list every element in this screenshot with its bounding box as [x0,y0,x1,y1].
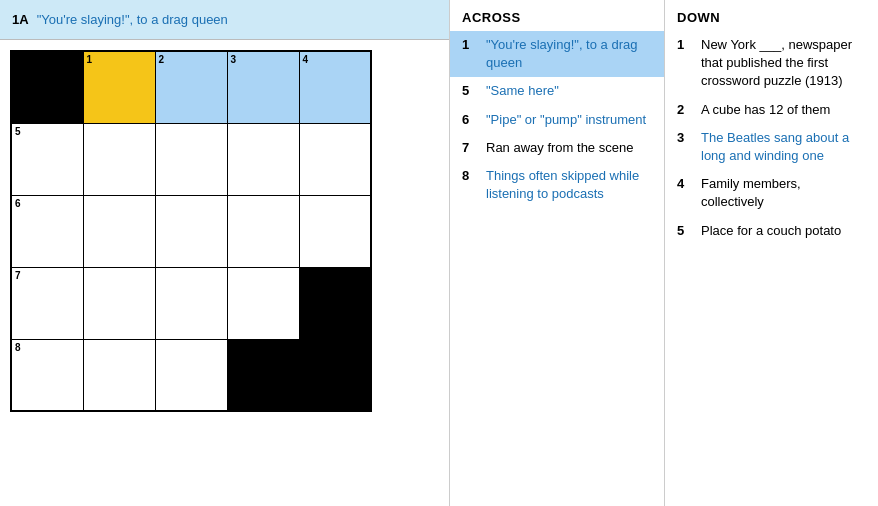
cell-0-0[interactable] [11,51,83,123]
across-clue-8[interactable]: 8 Things often skipped while listening t… [450,162,664,208]
across-clue-7-text: Ran away from the scene [486,139,652,157]
cell-number-4: 4 [303,54,309,65]
cell-3-4[interactable] [299,267,371,339]
cell-4-3[interactable] [227,339,299,411]
cell-1-4[interactable] [299,123,371,195]
across-clue-6-text: "Pipe" or "pump" instrument [486,111,652,129]
down-clue-3-num: 3 [677,129,693,165]
cell-2-2[interactable] [155,195,227,267]
cell-number-3: 3 [231,54,237,65]
cell-4-2[interactable] [155,339,227,411]
down-clue-2-text: A cube has 12 of them [701,101,866,119]
cell-number-2: 2 [159,54,165,65]
grid-container: 1 2 3 4 5 [0,40,449,506]
cell-3-3[interactable] [227,267,299,339]
down-clue-3-text: The Beatles sang about a long and windin… [701,129,866,165]
active-clue-text: "You're slaying!", to a drag queen [37,12,228,27]
down-clue-3[interactable]: 3 The Beatles sang about a long and wind… [665,124,878,170]
cell-number-8: 8 [15,342,21,353]
down-clue-2[interactable]: 2 A cube has 12 of them [665,96,878,124]
down-clue-1-num: 1 [677,36,693,91]
active-clue-number: 1A [12,12,29,27]
down-clues-list: 1 New York ___, newspaper that published… [665,31,878,506]
across-clue-7[interactable]: 7 Ran away from the scene [450,134,664,162]
cell-3-2[interactable] [155,267,227,339]
active-clue-header: 1A "You're slaying!", to a drag queen [0,0,449,40]
down-clue-5[interactable]: 5 Place for a couch potato [665,217,878,245]
across-clue-8-num: 8 [462,167,478,203]
cell-3-0[interactable]: 7 [11,267,83,339]
down-clue-1-text: New York ___, newspaper that published t… [701,36,866,91]
down-clue-5-num: 5 [677,222,693,240]
cell-2-0[interactable]: 6 [11,195,83,267]
across-title: ACROSS [450,0,664,31]
across-clue-1-text: "You're slaying!", to a drag queen [486,36,652,72]
cell-0-1[interactable]: 1 [83,51,155,123]
cell-2-1[interactable] [83,195,155,267]
down-panel: DOWN 1 New York ___, newspaper that publ… [665,0,878,506]
cell-4-4[interactable] [299,339,371,411]
cell-number-1: 1 [87,54,93,65]
across-clue-8-text: Things often skipped while listening to … [486,167,652,203]
across-clue-5[interactable]: 5 "Same here" [450,77,664,105]
across-clue-7-num: 7 [462,139,478,157]
cell-3-1[interactable] [83,267,155,339]
down-clue-1[interactable]: 1 New York ___, newspaper that published… [665,31,878,96]
cell-4-1[interactable] [83,339,155,411]
down-clue-5-text: Place for a couch potato [701,222,866,240]
across-clue-6-num: 6 [462,111,478,129]
cell-0-4[interactable]: 4 [299,51,371,123]
cell-4-0[interactable]: 8 [11,339,83,411]
down-section: DOWN 1 New York ___, newspaper that publ… [665,0,878,506]
down-clue-4-num: 4 [677,175,693,211]
across-clue-5-text: "Same here" [486,82,652,100]
down-clue-2-num: 2 [677,101,693,119]
cell-0-3[interactable]: 3 [227,51,299,123]
cell-2-3[interactable] [227,195,299,267]
left-panel: 1A "You're slaying!", to a drag queen 1 … [0,0,450,506]
down-clue-4-text: Family members, collectively [701,175,866,211]
across-clues-list: 1 "You're slaying!", to a drag queen 5 "… [450,31,664,506]
across-clue-5-num: 5 [462,82,478,100]
cell-2-4[interactable] [299,195,371,267]
cell-1-0[interactable]: 5 [11,123,83,195]
across-clue-1[interactable]: 1 "You're slaying!", to a drag queen [450,31,664,77]
across-clue-6[interactable]: 6 "Pipe" or "pump" instrument [450,106,664,134]
across-section: ACROSS 1 "You're slaying!", to a drag qu… [450,0,664,506]
cell-number-6: 6 [15,198,21,209]
cell-1-2[interactable] [155,123,227,195]
cell-0-2[interactable]: 2 [155,51,227,123]
cell-1-3[interactable] [227,123,299,195]
crossword-grid: 1 2 3 4 5 [10,50,372,412]
down-clue-4[interactable]: 4 Family members, collectively [665,170,878,216]
down-title: DOWN [665,0,878,31]
cell-1-1[interactable] [83,123,155,195]
across-panel: ACROSS 1 "You're slaying!", to a drag qu… [450,0,665,506]
cell-number-7: 7 [15,270,21,281]
cell-number-5: 5 [15,126,21,137]
across-clue-1-num: 1 [462,36,478,72]
